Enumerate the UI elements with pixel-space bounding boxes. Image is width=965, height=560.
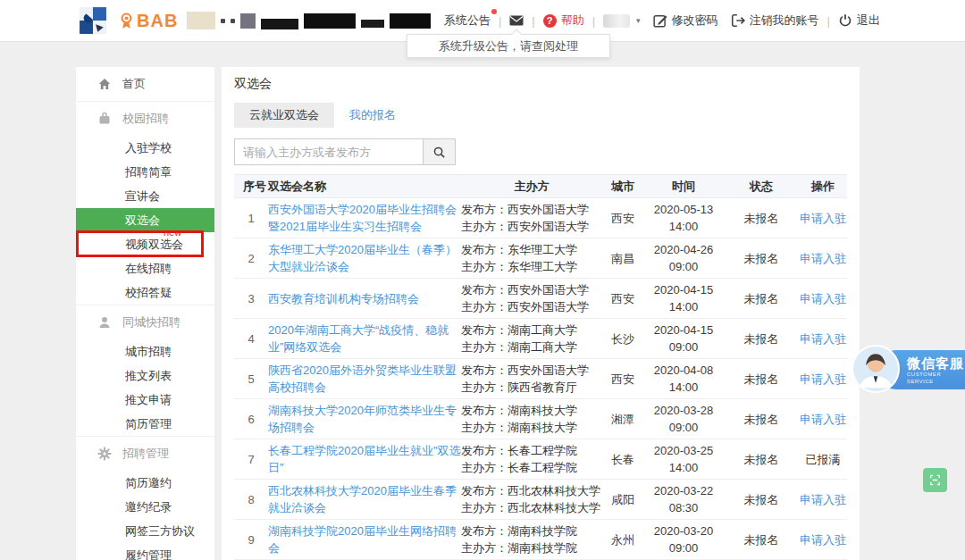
status-value: 未报名 bbox=[724, 238, 799, 279]
table-header-row: 序号 双选会名称 主办方 城市 时间 状态 操作 bbox=[234, 175, 847, 198]
action-link[interactable]: 申请入驻 bbox=[800, 332, 846, 346]
user-menu[interactable]: ▾ bbox=[603, 14, 641, 28]
sidebar-item-online-recruiting[interactable]: 在线招聘 bbox=[76, 256, 214, 280]
action-link[interactable]: 申请入驻 bbox=[800, 252, 846, 265]
search-icon bbox=[432, 146, 446, 159]
sidebar-item-resume-management[interactable]: 简历管理 bbox=[76, 412, 214, 436]
organizer-label: 主办方： bbox=[461, 260, 508, 273]
publisher-value: 西北农林科技大学 bbox=[508, 484, 600, 497]
fair-date: 2020-04-15 bbox=[643, 322, 724, 339]
tab-cloud-job-fair[interactable]: 云就业双选会 bbox=[234, 103, 334, 128]
sidebar-item-job-fair[interactable]: 双选会 bbox=[76, 208, 214, 232]
job-fair-table: 序号 双选会名称 主办方 城市 时间 状态 操作 1 西安外国语大学2020届毕… bbox=[234, 174, 847, 560]
publisher-label: 发布方： bbox=[461, 404, 508, 417]
fair-name-link[interactable]: 西安外国语大学2020届毕业生招聘会暨2021届毕业生实习生招聘会 bbox=[268, 203, 457, 233]
action-link[interactable]: 申请入驻 bbox=[800, 533, 846, 547]
status-value: 未报名 bbox=[724, 399, 799, 439]
row-index: 7 bbox=[234, 439, 268, 480]
fair-date: 2020-04-15 bbox=[643, 281, 724, 298]
messages-button[interactable] bbox=[509, 13, 524, 28]
organizer-label: 主办方： bbox=[461, 421, 508, 434]
fair-name-link[interactable]: 2020年湖南工商大学“战疫情、稳就业”网络双选会 bbox=[268, 323, 449, 354]
organizer-label: 主办方： bbox=[461, 220, 508, 233]
status-value: 未报名 bbox=[724, 319, 799, 359]
publisher-label: 发布方： bbox=[461, 364, 508, 377]
fair-time: 14:00 bbox=[643, 459, 724, 476]
sidebar-item-video-job-fair[interactable]: 视频双选会 new bbox=[76, 232, 214, 256]
wechat-customer-service-widget[interactable]: 微信客服 CUSTOMER SERVICE bbox=[852, 345, 965, 395]
table-row: 8 西北农林科技大学2020届毕业生春季就业洽谈会 发布方：西北农林科技大学 主… bbox=[234, 480, 847, 520]
sidebar-section-campus-recruiting: 校园招聘 bbox=[76, 102, 214, 136]
organizer-value: 湖南工商大学 bbox=[508, 340, 577, 354]
publisher-value: 湖南科技学院 bbox=[508, 524, 577, 538]
header-name: 双选会名称 bbox=[268, 175, 461, 198]
fair-name-link[interactable]: 东华理工大学2020届毕业生（春季）大型就业洽谈会 bbox=[268, 243, 457, 273]
sidebar-item-post-apply[interactable]: 推文申请 bbox=[76, 388, 214, 412]
action-text: 已报满 bbox=[806, 453, 841, 466]
fair-name-link[interactable]: 湖南科技大学2020年师范类毕业生专场招聘会 bbox=[268, 404, 457, 434]
action-link[interactable]: 申请入驻 bbox=[800, 292, 846, 305]
fair-name-link[interactable]: 长春工程学院2020届毕业生就业"双选日" bbox=[268, 444, 461, 474]
city-value: 南昌 bbox=[602, 238, 643, 279]
publisher-value: 西安外国语大学 bbox=[508, 364, 589, 377]
status-value: 未报名 bbox=[724, 279, 799, 319]
fair-time: 09:00 bbox=[643, 419, 724, 436]
action-link[interactable]: 申请入驻 bbox=[800, 493, 846, 506]
tab-my-registration[interactable]: 我的报名 bbox=[334, 103, 411, 128]
table-row: 5 陕西省2020届外语外贸类毕业生联盟高校招聘会 发布方：西安外国语大学 主办… bbox=[234, 359, 847, 399]
city-value: 湘潭 bbox=[602, 399, 643, 439]
home-icon bbox=[97, 77, 112, 91]
sidebar-item-campus-qa[interactable]: 校招答疑 bbox=[76, 280, 214, 305]
fair-name-link[interactable]: 西北农林科技大学2020届毕业生春季就业洽谈会 bbox=[268, 484, 457, 514]
gear-icon bbox=[97, 447, 112, 461]
change-password-link[interactable]: 修改密码 bbox=[653, 13, 718, 29]
table-row: 7 长春工程学院2020届毕业生就业"双选日" 发布方：长春工程学院 主办方：长… bbox=[234, 439, 847, 480]
status-value: 未报名 bbox=[724, 439, 799, 480]
action-link[interactable]: 申请入驻 bbox=[800, 212, 846, 225]
organizer-value: 陕西省教育厅 bbox=[508, 380, 577, 394]
fair-time: 08:30 bbox=[643, 499, 724, 516]
logout-icon bbox=[731, 13, 745, 28]
publisher-label: 发布方： bbox=[461, 323, 508, 337]
sidebar-item-home[interactable]: 首页 bbox=[76, 67, 214, 101]
fair-name-link[interactable]: 陕西省2020届外语外贸类毕业生联盟高校招聘会 bbox=[268, 364, 457, 394]
sidebar-item-settled-schools[interactable]: 入驻学校 bbox=[76, 136, 214, 160]
row-index: 2 bbox=[234, 238, 268, 279]
search-button[interactable] bbox=[423, 138, 456, 165]
edit-icon bbox=[653, 13, 667, 28]
publisher-value: 西安外国语大学 bbox=[508, 203, 589, 216]
action-link[interactable]: 申请入驻 bbox=[800, 372, 846, 386]
fair-time: 09:00 bbox=[643, 339, 724, 355]
city-value: 永州 bbox=[602, 520, 643, 560]
sidebar-item-info-session[interactable]: 宣讲会 bbox=[76, 184, 214, 208]
sidebar-item-tripartite-agreement[interactable]: 网签三方协议 bbox=[76, 519, 214, 543]
organizer-value: 湖南科技学院 bbox=[508, 541, 577, 555]
person-icon bbox=[97, 315, 112, 330]
help-link[interactable]: ? 帮助 bbox=[543, 13, 584, 29]
screenshot-tool-button[interactable] bbox=[923, 468, 947, 492]
sidebar-item-recruit-brochure[interactable]: 招聘简章 bbox=[76, 160, 214, 184]
fair-name-link[interactable]: 湖南科技学院2020届毕业生网络招聘会 bbox=[268, 524, 457, 555]
separator: | bbox=[827, 14, 830, 28]
fair-date: 2020-04-26 bbox=[643, 241, 724, 258]
system-announcement-link[interactable]: 系统公告 bbox=[444, 13, 491, 29]
main-panel: 双选会 云就业双选会 我的报名 序号 双选会名称 主办方 城市 时间 状态 bbox=[222, 67, 860, 560]
sidebar-item-post-list[interactable]: 推文列表 bbox=[76, 364, 214, 388]
row-index: 5 bbox=[234, 359, 268, 399]
action-link[interactable]: 申请入驻 bbox=[800, 413, 846, 426]
sidebar-item-city-recruiting[interactable]: 城市招聘 bbox=[76, 339, 214, 364]
status-value: 未报名 bbox=[724, 520, 799, 560]
exit-button[interactable]: 退出 bbox=[838, 13, 880, 29]
header-time: 时间 bbox=[643, 175, 724, 198]
status-value: 未报名 bbox=[724, 359, 799, 399]
sidebar-item-contract-management[interactable]: 履约管理 bbox=[76, 543, 214, 560]
sidebar-item-invite-records[interactable]: 邀约纪录 bbox=[76, 495, 214, 519]
top-navigation: 系统公告 | | ? 帮助 | ▾ 修改密码 bbox=[444, 13, 880, 29]
logout-account-link[interactable]: 注销我的账号 bbox=[731, 13, 819, 29]
fair-time: 09:00 bbox=[643, 539, 724, 556]
search-input[interactable] bbox=[234, 138, 424, 165]
sidebar-item-resume-invite[interactable]: 简历邀约 bbox=[76, 471, 214, 495]
fair-name-link[interactable]: 西安教育培训机构专场招聘会 bbox=[268, 292, 419, 305]
organizer-value: 长春工程学院 bbox=[508, 461, 577, 474]
system-upgrade-notification[interactable]: 系统升级公告，请查阅处理 bbox=[407, 34, 610, 58]
